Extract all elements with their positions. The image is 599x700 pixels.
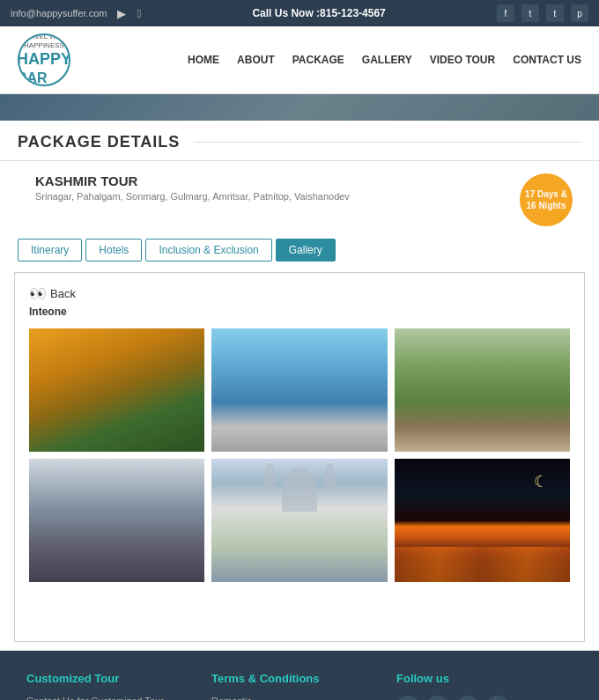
footer-col-terms: Terms & Conditions Domestic Internationa… [203, 672, 388, 700]
logo-main-text: HAPPY BAR [18, 50, 70, 86]
tab-gallery[interactable]: Gallery [276, 239, 336, 262]
footer-col-customized: Customized Tour Contact Us for Customize… [26, 672, 203, 700]
nav-package[interactable]: PACKAGE [292, 50, 344, 70]
nav-gallery[interactable]: GALLERY [362, 50, 412, 70]
android-icon[interactable]: ▶ [117, 7, 126, 20]
gallery-item[interactable] [211, 459, 387, 582]
footer-twitter-icon[interactable]: t [426, 696, 449, 700]
package-subtitle: Srinagar, Pahalgam, Sonmarg, Gulmarg, Am… [35, 191, 350, 202]
top-bar: info@happysuffer.com ▶  Call Us Now :81… [0, 0, 599, 26]
email: info@happysuffer.com [11, 8, 107, 18]
footer-tumblr-icon[interactable]: t [456, 696, 479, 700]
gallery-item[interactable] [211, 328, 387, 452]
footer-col1-heading: Customized Tour [26, 672, 194, 685]
package-name: KASHMIR TOUR [35, 173, 350, 188]
back-label: Back [50, 287, 76, 300]
apple-icon[interactable]:  [137, 7, 141, 20]
gallery-item[interactable] [395, 328, 570, 452]
tumblr-top-icon[interactable]: t [546, 4, 564, 22]
gallery-item[interactable]: ☾ [395, 459, 570, 582]
phone-number: Call Us Now :815-123-4567 [252, 7, 385, 19]
twitter-top-icon[interactable]: t [521, 4, 539, 22]
footer-social-links: f t t p [396, 696, 564, 700]
back-button[interactable]: 👀 Back [29, 285, 570, 302]
main-card: 👀 Back Inteone ☾ [14, 272, 585, 642]
footer-pinterest-icon[interactable]: p [486, 696, 509, 700]
facebook-top-icon[interactable]: f [497, 4, 514, 22]
logo: TRAVEL WITH HAPPINESS HAPPY BAR [18, 33, 70, 86]
pinterest-top-icon[interactable]: p [571, 4, 588, 22]
gallery-item[interactable] [29, 328, 204, 452]
nav-video-tour[interactable]: VIDEO TOUR [430, 50, 495, 70]
page-title-bar: PACKAGE DETAILS [0, 121, 599, 161]
back-arrow-icon: 👀 [29, 285, 47, 302]
section-label: Inteone [29, 306, 570, 318]
tabs-bar: Itinerary Hotels Inclusion & Exclusion G… [0, 232, 599, 269]
badge-nights: 16 Nights [526, 200, 566, 211]
nav-about[interactable]: ABOUT [237, 50, 275, 70]
badge-days: 17 Days & [525, 188, 567, 200]
page-title: PACKAGE DETAILS [18, 133, 180, 151]
footer-top: Customized Tour Contact Us for Customize… [26, 672, 573, 700]
footer-col-social: Follow us f t t p [388, 672, 573, 700]
tab-hotels[interactable]: Hotels [85, 239, 142, 262]
package-header: KASHMIR TOUR Srinagar, Pahalgam, Sonmarg… [0, 161, 599, 232]
tab-itinerary[interactable]: Itinerary [18, 239, 82, 262]
footer-facebook-icon[interactable]: f [396, 696, 419, 700]
hero-area [0, 94, 599, 121]
footer: Customized Tour Contact Us for Customize… [0, 651, 599, 700]
nav-home[interactable]: HOME [188, 50, 219, 70]
days-badge: 17 Days & 16 Nights [520, 173, 573, 226]
top-social-links: f t t p [497, 4, 588, 22]
gallery-grid: ☾ [29, 328, 570, 582]
top-bar-left: info@happysuffer.com ▶  [11, 7, 141, 20]
footer-col3-heading: Follow us [396, 672, 564, 685]
footer-link-domestic[interactable]: Domestic [211, 696, 379, 700]
logo-tagline: TRAVEL WITH HAPPINESS [19, 33, 69, 50]
nav-links: HOME ABOUT PACKAGE GALLERY VIDEO TOUR CO… [188, 50, 581, 70]
nav-contact[interactable]: CONTACT US [513, 50, 581, 70]
footer-col2-heading: Terms & Conditions [211, 672, 379, 685]
tab-inclusion-exclusion[interactable]: Inclusion & Exclusion [145, 239, 271, 262]
footer-link-customized-tour[interactable]: Contact Us for Customized Tour [26, 696, 194, 700]
navbar: TRAVEL WITH HAPPINESS HAPPY BAR HOME ABO… [0, 26, 599, 94]
gallery-item[interactable] [29, 459, 204, 582]
